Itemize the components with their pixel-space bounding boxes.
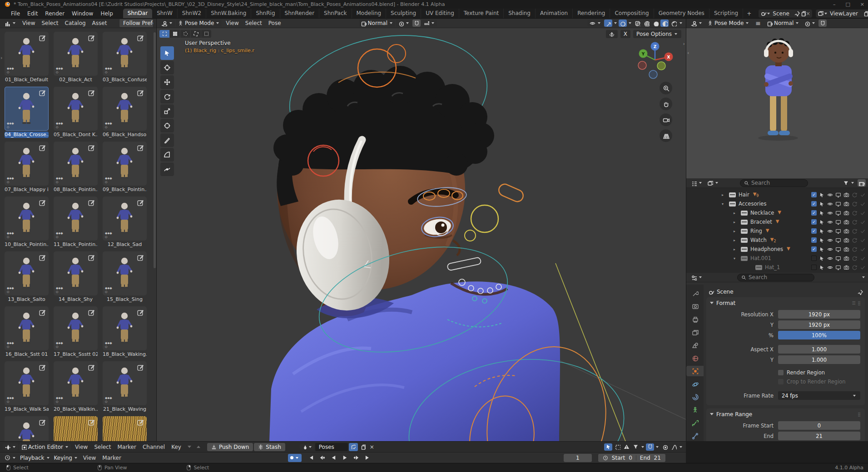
hamburger-menu-icon[interactable]: ≡	[752, 19, 764, 28]
collection-checkbox[interactable]: ✓	[811, 210, 817, 216]
pose-thumbnail[interactable]: ◆▪◆◇	[54, 251, 98, 295]
field-value[interactable]: 1.000	[778, 355, 860, 364]
tweak-select-button[interactable]	[159, 30, 169, 38]
expand-arrow-icon[interactable]: ▸	[734, 238, 741, 242]
maximize-button[interactable]: □	[845, 1, 850, 7]
edit-asset-icon[interactable]	[137, 309, 144, 316]
viewport-canvas[interactable]	[157, 28, 686, 441]
region-toggle-chevron[interactable]: ›	[683, 41, 685, 47]
outliner-search[interactable]: Search	[740, 179, 808, 187]
hide-viewport-icon[interactable]	[827, 201, 833, 207]
jump-to-end-button[interactable]	[363, 454, 373, 462]
xray-toggle[interactable]	[633, 20, 641, 27]
viewlayer-selector[interactable]: ViewLayer ×	[816, 10, 868, 18]
field-value[interactable]: 21	[778, 432, 860, 440]
copy-icon[interactable]	[863, 10, 868, 16]
box-select-button[interactable]	[170, 30, 180, 38]
disable-viewport-icon[interactable]	[835, 219, 841, 225]
pose-thumbnail[interactable]: ◆▪◆◇	[54, 306, 98, 350]
collection-name[interactable]: Bracelet	[750, 219, 772, 225]
indirect-only-icon[interactable]	[860, 201, 866, 207]
panel-menu-icon[interactable]: ☰ ⣿	[852, 301, 861, 305]
follow-preferences-button[interactable]: Follow Prefer	[119, 19, 154, 28]
edit-asset-icon[interactable]	[137, 199, 144, 206]
pose-thumbnail[interactable]: ◆▪◆◇	[54, 32, 98, 76]
annotate-tool-button[interactable]	[160, 133, 174, 147]
pose-asset[interactable]: ◆▪◆◇ 12_Black_Sad	[103, 197, 147, 248]
pose-thumbnail[interactable]: ◆▪◆◇	[5, 87, 49, 131]
pose-asset[interactable]: ◆▪◆◇ 16_Black_Sstt 01	[5, 306, 49, 358]
shading-rendered-button[interactable]	[670, 20, 678, 27]
collection-name[interactable]: Ring	[750, 228, 762, 234]
add-workspace-button[interactable]: +	[743, 10, 755, 17]
holdout-icon[interactable]	[852, 265, 858, 270]
dopesheet-mode-selector[interactable]: Action Editor	[19, 443, 71, 451]
pose-thumbnail[interactable]: ◆▪◆◇	[5, 197, 49, 241]
pose-asset[interactable]: ◆▪◆◇ 20_Black_Walkin...	[54, 361, 98, 413]
pose-thumbnail[interactable]: ◆▪◆◇	[54, 416, 98, 441]
pose-thumbnail[interactable]: ◆▪◆◇	[54, 142, 98, 186]
editor-type-button[interactable]	[689, 20, 704, 27]
new-collection-button[interactable]	[858, 179, 866, 187]
scene-selector[interactable]: Scene ×	[759, 10, 812, 18]
menu-item[interactable]: Render	[41, 10, 68, 18]
holdout-icon[interactable]	[852, 246, 858, 252]
pose-asset[interactable]: ◆▪◆◇ 09_Black_Pointin...	[103, 142, 147, 193]
jump-to-start-button[interactable]	[306, 454, 316, 462]
outliner-row[interactable]: ▾ Hat.001 ✓	[686, 254, 868, 263]
hide-viewport-icon[interactable]	[827, 246, 833, 252]
workspace-tab[interactable]: Geometry Nodes	[654, 9, 709, 18]
scale-tool-button[interactable]	[160, 104, 174, 118]
indirect-only-icon[interactable]	[860, 246, 866, 252]
tab-constraints[interactable]	[686, 392, 704, 403]
start-value[interactable]: 0	[629, 455, 632, 461]
edit-asset-icon[interactable]	[137, 144, 144, 152]
menu-item[interactable]: View	[223, 19, 242, 27]
edit-asset-icon[interactable]	[39, 254, 46, 261]
transform-orientation[interactable]: Normal	[765, 20, 801, 27]
edit-asset-icon[interactable]	[88, 254, 95, 261]
copy-icon[interactable]	[800, 10, 806, 16]
collection-checkbox[interactable]: ✓	[811, 246, 817, 252]
workspace-tab[interactable]: ShnRender	[280, 9, 320, 18]
pose-breakdowner-button[interactable]	[160, 162, 174, 176]
disable-render-icon[interactable]	[843, 201, 849, 207]
select-tool-button[interactable]	[160, 46, 174, 60]
tab-output[interactable]	[686, 314, 704, 324]
workspace-tab[interactable]: Modeling	[352, 9, 387, 18]
snap-toggle[interactable]	[818, 20, 827, 27]
errors-toggle[interactable]	[622, 443, 630, 451]
stash-button[interactable]: Stash	[254, 443, 285, 451]
push-down-button[interactable]: Push Down	[207, 443, 253, 451]
disable-render-icon[interactable]	[843, 228, 849, 234]
collection-checkbox[interactable]: ✓	[811, 256, 817, 261]
selectable-icon[interactable]	[819, 228, 825, 234]
field-value[interactable]: 1920 px	[778, 310, 860, 319]
pose-thumbnail[interactable]: ◆▪◆◇	[54, 87, 98, 131]
collection-name[interactable]: Hair	[739, 192, 749, 198]
pose-thumbnail[interactable]: ◆▪◆◇	[5, 32, 49, 76]
disable-viewport-icon[interactable]	[835, 246, 841, 252]
field-value[interactable]: 1.000	[778, 345, 860, 354]
display-mode-button[interactable]	[705, 180, 721, 187]
pivot-point-button[interactable]	[396, 20, 412, 27]
pose-asset[interactable]: ◆▪◆◇ 08_Black_Pointin...	[54, 142, 98, 193]
hidden-channels-toggle[interactable]	[613, 443, 621, 451]
menu-item[interactable]: Marker	[114, 443, 139, 451]
tab-bone-constraint[interactable]	[686, 431, 704, 441]
holdout-icon[interactable]	[852, 237, 858, 243]
field-value[interactable]: 1920 px	[778, 320, 860, 329]
falloff-dropdown[interactable]	[670, 443, 678, 451]
pose-asset[interactable]: ◆▪◆◇ 21_Black_Waving	[103, 361, 147, 413]
workspace-tab[interactable]: Compositing	[610, 9, 654, 18]
render-region-checkbox[interactable]	[778, 370, 784, 375]
tab-bone[interactable]	[686, 418, 704, 428]
collection-checkbox[interactable]: ✓	[811, 201, 817, 206]
menu-item[interactable]: Help	[97, 10, 116, 18]
visibility-dropdown[interactable]	[588, 20, 603, 27]
indirect-only-icon[interactable]	[860, 237, 866, 243]
pose-asset[interactable]: ◆▪◆◇ 04_Black_Crosse...	[5, 87, 49, 138]
indirect-only-icon[interactable]	[860, 192, 866, 198]
outliner-row[interactable]: ▾ Accesories ✓	[686, 199, 868, 208]
action-browse-button[interactable]	[300, 444, 314, 450]
